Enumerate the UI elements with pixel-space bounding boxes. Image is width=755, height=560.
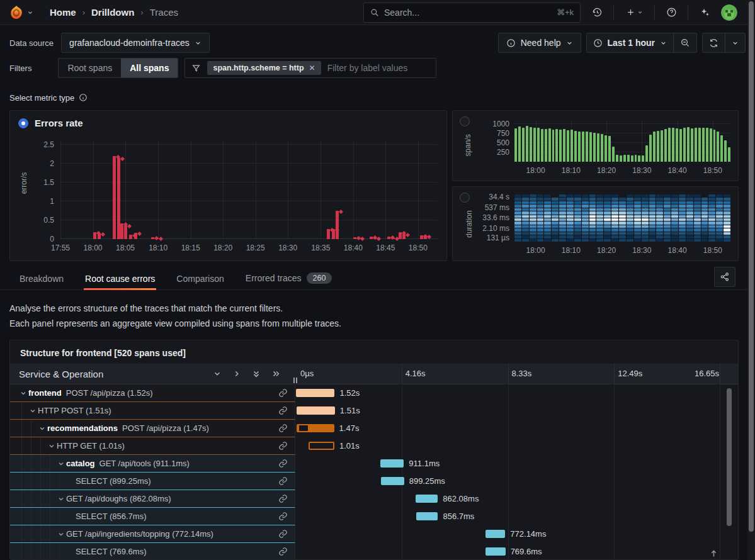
data-source-select[interactable]: grafanacloud-demoinfra-traces (61, 33, 210, 53)
link-icon[interactable] (278, 547, 288, 556)
heatmap-cell (724, 239, 730, 242)
heatmap-cell (619, 198, 626, 200)
tab-breakdown[interactable]: Breakdown (18, 270, 65, 289)
grafana-logo[interactable] (9, 5, 33, 20)
x-tick-label: 18:50 (703, 246, 722, 255)
duration-panel[interactable]: duration 34.4 s537 ms33.6 ms2.10 ms131 µ… (452, 186, 739, 261)
share-button[interactable] (714, 267, 735, 287)
breadcrumb-drilldown[interactable]: Drilldown (91, 7, 134, 18)
y-tick-label: 500 (497, 138, 509, 147)
remove-filter-icon[interactable]: ✕ (309, 64, 315, 72)
help-icon[interactable] (661, 3, 681, 23)
operation-name: SELECT (769.6ms) (76, 547, 146, 556)
heatmap-cell (522, 228, 529, 231)
heatmap-cell (522, 194, 529, 197)
bar (402, 234, 406, 239)
expand-all-icon[interactable] (271, 369, 280, 378)
heatmap-cell (634, 211, 641, 214)
heatmap-cell (544, 225, 551, 228)
expand-one-icon[interactable] (232, 369, 241, 378)
row-timeline: 1.47s (295, 420, 720, 437)
need-help-button[interactable]: Need help (498, 33, 581, 53)
heatmap-cell (642, 208, 649, 211)
page-scrollbar[interactable] (747, 0, 755, 560)
bar (533, 128, 536, 162)
link-icon[interactable] (278, 459, 288, 468)
link-icon[interactable] (278, 476, 288, 486)
errors-rate-panel[interactable]: Errors rate error/s 00.511.522.5 17:5518… (9, 110, 447, 261)
table-scrollbar[interactable] (727, 388, 732, 556)
heatmap-cell (627, 225, 633, 228)
chevron-down-icon[interactable] (55, 460, 66, 468)
scroll-top-icon[interactable] (710, 549, 718, 557)
heatmap-cell (664, 218, 671, 221)
x-tick-label: 18:30 (278, 244, 297, 252)
history-icon[interactable] (587, 3, 607, 23)
tab-errored-traces[interactable]: Errored traces 260 (244, 269, 334, 289)
refresh-interval-dropdown[interactable] (725, 33, 745, 52)
spans-rate-panel[interactable]: span/s 2505007501000 18:0018:1018:2018:3… (452, 110, 739, 181)
zoom-out-button[interactable] (674, 33, 696, 52)
link-icon[interactable] (278, 529, 288, 539)
heatmap-cell (686, 194, 693, 197)
search-input[interactable]: Search... ⌘+k (363, 3, 581, 23)
duration-radio[interactable] (460, 193, 470, 203)
collapse-all-icon[interactable] (252, 369, 261, 378)
gridline (288, 141, 288, 239)
row-timeline: 769.6ms (295, 543, 720, 560)
chevron-down-icon[interactable] (46, 442, 57, 450)
chevron-down-icon[interactable] (18, 389, 28, 397)
ai-assistant-icon[interactable] (695, 3, 715, 23)
flame-graph: Service & Operation 0µs 4.16s 8.33s 12.4… (10, 364, 738, 560)
add-new-button[interactable] (620, 3, 648, 23)
heatmap-cell (530, 232, 536, 235)
errors-rate-radio[interactable] (18, 118, 28, 128)
x-tick-label: 18:50 (409, 244, 428, 252)
heatmap-cell (664, 201, 671, 204)
tab-comparison[interactable]: Comparison (175, 270, 225, 289)
refresh-button[interactable] (703, 33, 725, 52)
chevron-down-icon[interactable] (37, 425, 47, 432)
tab-root-cause-errors[interactable]: Root cause errors (84, 270, 156, 289)
heatmap-cell (537, 208, 544, 211)
time-range-picker[interactable]: Last 1 hour (587, 33, 673, 52)
toggle-all-spans[interactable]: All spans (121, 59, 178, 77)
link-icon[interactable] (278, 512, 288, 521)
user-avatar[interactable] (721, 4, 737, 21)
bar-notch (299, 425, 309, 431)
collapse-one-icon[interactable] (213, 369, 222, 378)
link-icon[interactable] (278, 494, 288, 503)
heatmap-cell (671, 198, 678, 200)
breadcrumb-home[interactable]: Home (50, 7, 76, 18)
heatmap-cell (627, 215, 633, 218)
heatmap-cell (544, 194, 551, 197)
link-icon[interactable] (278, 441, 288, 451)
heatmap-cell (567, 215, 574, 218)
tree-guide (40, 437, 41, 454)
filter-chip[interactable]: span.http.scheme = http ✕ (207, 61, 321, 75)
chevron-down-icon[interactable] (27, 407, 38, 415)
label-filter-input[interactable]: span.http.scheme = http ✕ Filter by labe… (184, 58, 436, 78)
axis-tick-label: 12.49s (618, 369, 642, 378)
chevron-down-icon[interactable] (55, 530, 66, 538)
link-icon[interactable] (278, 388, 288, 398)
heatmap-cell (544, 198, 551, 200)
heatmap-cell (724, 232, 730, 235)
heatmap-cell (694, 228, 701, 231)
x-tick-label: 18:35 (311, 244, 330, 252)
heatmap-cell (522, 232, 529, 235)
link-icon[interactable] (278, 406, 288, 415)
heatmap-cell (649, 204, 656, 207)
chevron-down-icon[interactable] (55, 495, 66, 503)
row-service-cell: GET /api/doughs (862.08ms) (10, 490, 295, 508)
bar (530, 127, 532, 162)
link-icon[interactable] (278, 423, 288, 433)
heatmap-cell (664, 204, 671, 207)
toggle-root-spans[interactable]: Root spans (59, 59, 121, 77)
bar (601, 134, 603, 162)
x-tick-label: 18:05 (116, 244, 135, 252)
spans-rate-radio[interactable] (460, 116, 470, 126)
heatmap-cell (544, 235, 551, 238)
search-icon (370, 8, 379, 17)
spans-y-axis-label: span/s (463, 130, 472, 160)
